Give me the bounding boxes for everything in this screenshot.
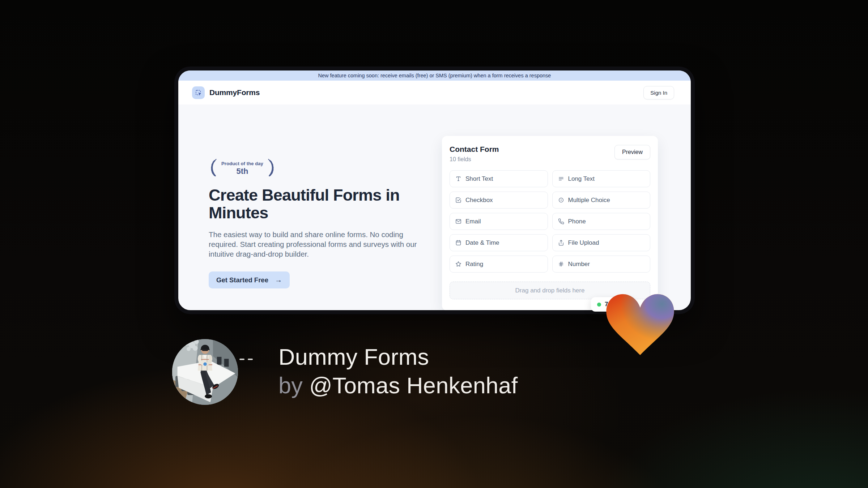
dropzone-text: Drag and drop fields here	[515, 287, 585, 294]
short-text-icon	[455, 176, 461, 182]
field-label: Short Text	[465, 175, 493, 183]
product-award-badge: Product of the day 5th	[207, 158, 277, 177]
field-label: Checkbox	[465, 197, 493, 204]
checkbox-icon	[455, 197, 461, 203]
award-title: Product of the day	[221, 161, 263, 166]
field-button-phone[interactable]: Phone	[552, 213, 651, 230]
long-text-icon	[558, 176, 564, 182]
calendar-icon	[455, 240, 461, 246]
brand[interactable]: DummyForms	[192, 86, 260, 99]
caption-byline-prefix: by	[278, 373, 303, 398]
heart-icon	[603, 289, 678, 360]
page-title: Create Beautiful Forms in Minutes	[209, 187, 411, 222]
caption: Dummy Forms by @Tomas Henkenhaf	[278, 343, 518, 400]
hero-copy: Product of the day 5th	[209, 158, 422, 288]
app-window-inner: New feature coming soon: receive emails …	[178, 70, 691, 310]
online-dot-icon	[597, 303, 601, 307]
sign-in-button[interactable]: Sign In	[643, 86, 674, 99]
field-button-date-time[interactable]: Date & Time	[450, 234, 548, 251]
get-started-button[interactable]: Get Started Free →	[209, 271, 290, 288]
upload-icon	[558, 240, 564, 246]
email-icon	[455, 218, 461, 224]
get-started-label: Get Started Free	[216, 276, 268, 284]
laurel-left-icon	[207, 158, 218, 177]
award-text: Product of the day 5th	[221, 161, 263, 177]
laurel-right-icon	[267, 158, 277, 177]
award-rank: 5th	[221, 167, 263, 176]
field-grid: Short TextLong TextCheckboxMultiple Choi…	[450, 170, 650, 273]
app-header: DummyForms Sign In	[178, 81, 691, 104]
field-label: Multiple Choice	[568, 197, 610, 204]
field-label: Number	[568, 261, 590, 268]
phone-icon	[558, 218, 564, 224]
announcement-banner[interactable]: New feature coming soon: receive emails …	[178, 70, 691, 81]
field-button-email[interactable]: Email	[450, 213, 548, 230]
form-card-header: Contact Form 10 fields Preview	[450, 145, 650, 163]
field-button-long-text[interactable]: Long Text	[552, 170, 651, 187]
caption-byline: by @Tomas Henkenhaf	[278, 371, 518, 400]
field-label: Long Text	[568, 175, 595, 183]
radio-icon	[558, 197, 564, 203]
field-button-multiple-choice[interactable]: Multiple Choice	[552, 192, 651, 209]
star-icon	[455, 261, 461, 267]
stage: New feature coming soon: receive emails …	[0, 0, 868, 488]
field-label: File Upload	[568, 239, 599, 247]
field-button-checkbox[interactable]: Checkbox	[450, 192, 548, 209]
hero-section: Product of the day 5th	[178, 104, 691, 310]
field-label: Rating	[465, 261, 483, 268]
form-card-titles: Contact Form 10 fields	[450, 145, 499, 163]
field-count: 10 fields	[450, 156, 499, 163]
arrow-right-icon: →	[275, 276, 282, 284]
caption-byline-name: @Tomas Henkenhaf	[309, 373, 518, 398]
hash-icon	[558, 261, 564, 267]
announcement-text: New feature coming soon: receive emails …	[318, 73, 551, 78]
dash-decoration	[239, 359, 253, 360]
avatar	[172, 339, 238, 405]
field-button-short-text[interactable]: Short Text	[450, 170, 548, 187]
cursor-select-icon	[192, 86, 205, 99]
field-button-rating[interactable]: Rating	[450, 256, 548, 273]
field-label: Phone	[568, 218, 586, 225]
app-window: New feature coming soon: receive emails …	[174, 67, 695, 314]
field-label: Email	[465, 218, 481, 225]
field-button-number[interactable]: Number	[552, 256, 651, 273]
hero-description: The easiest way to build and share onlin…	[209, 230, 418, 259]
form-title: Contact Form	[450, 145, 499, 154]
preview-button[interactable]: Preview	[614, 145, 650, 159]
field-button-file-upload[interactable]: File Upload	[552, 234, 651, 251]
form-builder-card: Contact Form 10 fields Preview Short Tex…	[442, 136, 658, 310]
caption-title: Dummy Forms	[278, 343, 518, 371]
brand-name: DummyForms	[209, 88, 260, 97]
field-label: Date & Time	[465, 239, 499, 247]
